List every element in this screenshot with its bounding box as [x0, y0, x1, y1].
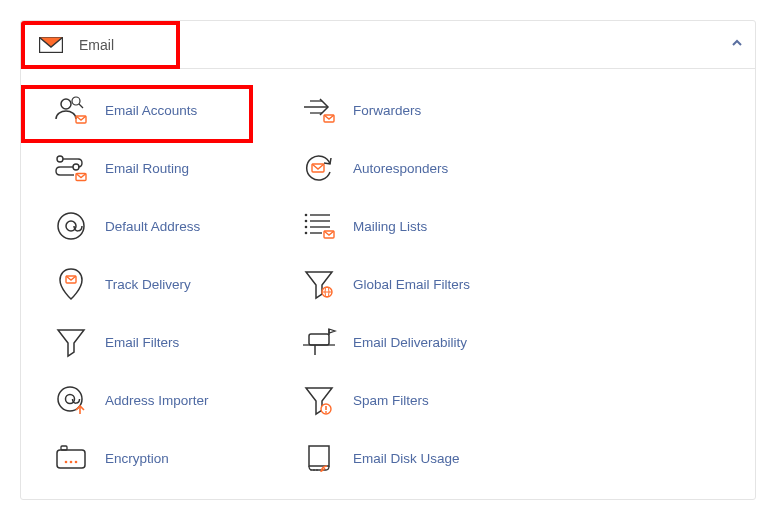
item-global-email-filters[interactable]: Global Email Filters: [273, 255, 517, 313]
panel-title: Email: [79, 37, 114, 53]
panel-header[interactable]: Email: [21, 21, 755, 69]
item-encryption[interactable]: Encryption: [25, 429, 269, 487]
mailing-lists-icon: [299, 206, 339, 246]
email-panel: Email Email Accounts: [20, 20, 756, 500]
item-label: Default Address: [105, 219, 200, 234]
item-default-address[interactable]: Default Address: [25, 197, 269, 255]
routing-icon: [51, 148, 91, 188]
global-filters-icon: [299, 264, 339, 304]
item-email-filters[interactable]: Email Filters: [25, 313, 269, 371]
item-forwarders[interactable]: Forwarders: [273, 81, 517, 139]
svg-rect-33: [309, 334, 329, 345]
svg-point-20: [305, 220, 308, 223]
svg-point-9: [57, 156, 63, 162]
item-email-deliverability[interactable]: Email Deliverability: [273, 313, 517, 371]
item-autoresponders[interactable]: Autoresponders: [273, 139, 517, 197]
item-label: Track Delivery: [105, 277, 191, 292]
item-label: Forwarders: [353, 103, 421, 118]
autoresponders-icon: [299, 148, 339, 188]
filters-icon: [51, 322, 91, 362]
svg-point-18: [305, 214, 308, 217]
item-label: Address Importer: [105, 393, 209, 408]
item-label: Email Routing: [105, 161, 189, 176]
item-label: Email Accounts: [105, 103, 197, 118]
svg-point-1: [61, 99, 71, 109]
item-email-disk-usage[interactable]: Email Disk Usage: [273, 429, 517, 487]
item-mailing-lists[interactable]: Mailing Lists: [273, 197, 517, 255]
svg-point-48: [70, 461, 73, 464]
deliverability-icon: [299, 322, 339, 362]
disk-usage-icon: [299, 438, 339, 478]
email-accounts-icon: [51, 90, 91, 130]
item-label: Mailing Lists: [353, 219, 427, 234]
item-address-importer[interactable]: Address Importer: [25, 371, 269, 429]
svg-point-49: [75, 461, 78, 464]
item-label: Email Disk Usage: [353, 451, 460, 466]
item-label: Email Filters: [105, 335, 179, 350]
track-delivery-icon: [51, 264, 91, 304]
item-email-accounts[interactable]: Email Accounts: [25, 81, 269, 139]
item-track-delivery[interactable]: Track Delivery: [25, 255, 269, 313]
svg-marker-35: [329, 329, 335, 333]
item-label: Autoresponders: [353, 161, 448, 176]
svg-point-2: [72, 97, 80, 105]
panel-body: Email Accounts Forwarders: [21, 69, 755, 499]
item-label: Global Email Filters: [353, 277, 470, 292]
collapse-caret-icon[interactable]: [731, 37, 743, 49]
svg-rect-45: [57, 450, 85, 468]
svg-rect-46: [61, 446, 67, 450]
forwarders-icon: [299, 90, 339, 130]
item-spam-filters[interactable]: Spam Filters: [273, 371, 517, 429]
encryption-icon: [51, 438, 91, 478]
spam-filters-icon: [299, 380, 339, 420]
item-label: Spam Filters: [353, 393, 429, 408]
svg-point-24: [305, 232, 308, 235]
item-email-routing[interactable]: Email Routing: [25, 139, 269, 197]
envelope-icon: [37, 35, 65, 55]
svg-marker-32: [58, 330, 84, 356]
address-importer-icon: [51, 380, 91, 420]
svg-point-44: [325, 411, 327, 413]
item-label: Encryption: [105, 451, 169, 466]
svg-point-16: [58, 213, 84, 239]
svg-point-22: [305, 226, 308, 229]
item-label: Email Deliverability: [353, 335, 467, 350]
at-icon: [51, 206, 91, 246]
svg-point-47: [65, 461, 68, 464]
svg-line-3: [79, 104, 83, 108]
